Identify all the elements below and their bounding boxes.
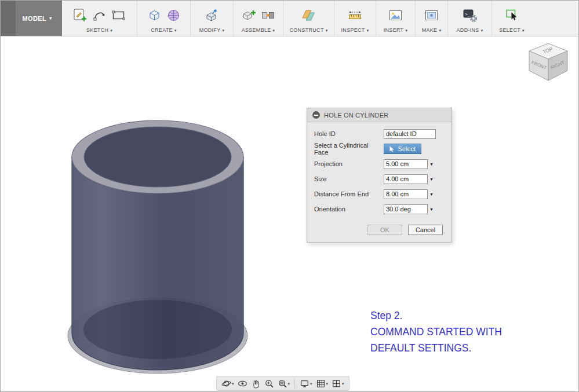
- toolbar-group-assemble: ASSEMBLE ▾: [234, 1, 283, 36]
- toolbar-group-create: CREATE ▾: [137, 1, 191, 36]
- sketch-menu[interactable]: SKETCH ▾: [86, 27, 112, 33]
- viewports-button[interactable]: ▾: [330, 378, 346, 390]
- caret-icon: ▾: [342, 382, 344, 386]
- toolbar-group-insert: INSERT ▾: [376, 1, 416, 36]
- dropdown-caret-icon[interactable]: ▾: [428, 162, 435, 167]
- sketch-rectangle-icon[interactable]: [110, 6, 128, 24]
- distance-from-end-row: Distance From End ▾: [314, 186, 443, 202]
- select-icon[interactable]: [503, 6, 520, 24]
- fit-button[interactable]: ▾: [276, 378, 292, 390]
- insert-menu-label: INSERT: [384, 27, 404, 33]
- caret-icon: ▾: [367, 28, 369, 32]
- dropdown-caret-icon[interactable]: ▾: [428, 207, 435, 212]
- caret-icon: ▾: [405, 28, 407, 32]
- measure-icon[interactable]: [347, 6, 364, 24]
- modify-menu[interactable]: MODIFY ▾: [199, 27, 225, 33]
- select-menu-label: SELECT: [499, 27, 520, 33]
- zoom-button[interactable]: [263, 378, 276, 390]
- view-cube[interactable]: TOP FRONT RIGHT: [521, 40, 576, 93]
- hole-id-input[interactable]: [384, 129, 436, 139]
- select-face-button[interactable]: Select: [384, 144, 421, 154]
- create-form-icon[interactable]: [165, 6, 182, 24]
- new-component-icon[interactable]: [240, 6, 257, 24]
- display-settings-button[interactable]: ▾: [298, 378, 314, 390]
- fusion-window: MODEL ▾: [0, 0, 579, 392]
- toolbar-group-select: SELECT ▾: [492, 1, 531, 36]
- construct-plane-icon[interactable]: [300, 6, 318, 24]
- caret-icon: ▾: [49, 16, 52, 21]
- grid-layout-button[interactable]: ▾: [314, 378, 330, 390]
- caret-icon: ▾: [232, 382, 234, 386]
- distance-from-end-label: Distance From End: [314, 190, 369, 197]
- select-face-label: Select a Cylindrical Face: [314, 142, 384, 156]
- toolbar-group-make: MAKE ▾: [416, 1, 448, 36]
- size-row: Size ▾: [314, 171, 443, 186]
- caret-icon: ▾: [174, 28, 177, 32]
- hole-id-row: Hole ID: [314, 126, 443, 141]
- dropdown-caret-icon[interactable]: ▾: [428, 177, 435, 182]
- workspace-switcher[interactable]: MODEL ▾: [1, 1, 62, 36]
- caret-icon: ▾: [110, 28, 112, 32]
- fit-icon: [278, 379, 287, 389]
- sketch-menu-label: SKETCH: [86, 27, 108, 33]
- create-sketch-icon[interactable]: [72, 6, 89, 24]
- cancel-button[interactable]: Cancel: [408, 225, 443, 235]
- display-settings-icon: [300, 379, 309, 389]
- toolbar-group-sketch: SKETCH ▾: [62, 1, 137, 36]
- ok-button[interactable]: OK: [367, 225, 402, 235]
- dialog-titlebar[interactable]: HOLE ON CYLINDER: [307, 108, 451, 122]
- dropdown-caret-icon[interactable]: ▾: [428, 192, 435, 197]
- construct-menu-label: CONSTRUCT: [289, 27, 323, 33]
- assemble-menu[interactable]: ASSEMBLE ▾: [242, 27, 275, 33]
- look-at-button[interactable]: [236, 378, 249, 390]
- select-face-row: Select a Cylindrical Face Select: [314, 141, 443, 156]
- make-icon[interactable]: [423, 6, 440, 24]
- create-box-icon[interactable]: [145, 6, 163, 24]
- orientation-row: Orientation ▾: [314, 202, 443, 217]
- addins-menu[interactable]: ADD-INS ▾: [457, 27, 483, 33]
- pan-button[interactable]: [249, 378, 263, 390]
- pan-icon: [251, 379, 261, 389]
- svg-text:>_: >_: [465, 12, 471, 16]
- insert-menu[interactable]: INSERT ▾: [384, 27, 407, 33]
- caret-icon: ▾: [326, 382, 329, 386]
- sketch-spline-icon[interactable]: [91, 6, 108, 24]
- make-menu[interactable]: MAKE ▾: [422, 27, 442, 33]
- toolbar-group-modify: MODIFY ▾: [191, 1, 234, 36]
- size-input[interactable]: [384, 174, 428, 184]
- make-menu-label: MAKE: [422, 27, 438, 33]
- toolbar-group-addins: >_ ADD-INS ▾: [448, 1, 492, 36]
- orbit-button[interactable]: ▾: [220, 378, 236, 390]
- hole-on-cylinder-dialog: HOLE ON CYLINDER Hole ID Select a Cylind…: [307, 108, 452, 243]
- annotation-line-1: Step 2.: [370, 307, 502, 324]
- hole-id-label: Hole ID: [314, 130, 336, 137]
- caret-icon: ▾: [310, 382, 312, 386]
- inspect-menu[interactable]: INSPECT ▾: [341, 27, 369, 33]
- create-menu-label: CREATE: [151, 27, 173, 33]
- scripts-addins-icon[interactable]: >_: [461, 6, 479, 24]
- create-menu[interactable]: CREATE ▾: [151, 27, 176, 33]
- construct-menu[interactable]: CONSTRUCT ▾: [289, 27, 327, 33]
- orbit-icon: [221, 379, 231, 389]
- inspect-menu-label: INSPECT: [341, 27, 365, 33]
- joint-icon[interactable]: [259, 6, 276, 24]
- insert-image-icon[interactable]: [387, 6, 405, 24]
- projection-input[interactable]: [384, 159, 428, 169]
- viewports-icon: [332, 379, 341, 389]
- caret-icon: ▾: [522, 28, 525, 32]
- orientation-input[interactable]: [384, 204, 428, 214]
- annotation-line-2: COMMAND STARTED WITH: [370, 324, 502, 340]
- main-toolbar: MODEL ▾: [1, 1, 578, 36]
- cylinder-model[interactable]: [56, 107, 258, 379]
- look-at-icon: [238, 379, 247, 389]
- viewport-canvas[interactable]: TOP FRONT RIGHT HOLE ON CYLINDER Hole ID…: [1, 37, 578, 391]
- press-pull-icon[interactable]: [203, 6, 221, 24]
- distance-from-end-input[interactable]: [384, 189, 428, 199]
- assemble-menu-label: ASSEMBLE: [242, 27, 271, 33]
- cursor-icon: [389, 146, 395, 152]
- dialog-title: HOLE ON CYLINDER: [324, 112, 388, 119]
- caret-icon: ▾: [288, 382, 290, 386]
- annotation-line-3: DEFAULT SETTINGS.: [370, 340, 502, 356]
- select-menu[interactable]: SELECT ▾: [499, 27, 525, 33]
- orientation-label: Orientation: [314, 206, 345, 213]
